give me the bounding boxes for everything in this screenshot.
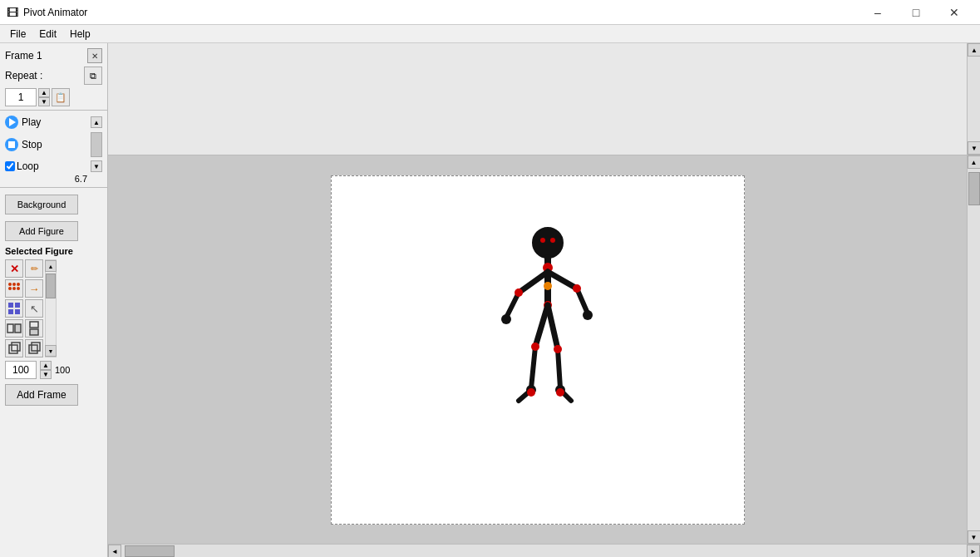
repeat-input[interactable]: 1	[5, 88, 37, 106]
svg-rect-7	[15, 303, 20, 308]
menu-edit[interactable]: Edit	[32, 27, 63, 42]
stop-icon	[5, 138, 18, 151]
svg-point-5	[17, 287, 20, 290]
maximize-button[interactable]: □	[897, 0, 935, 25]
repeat-spinner[interactable]: ▲ ▼	[38, 88, 50, 106]
filmstrip-scroll-up[interactable]: ▲	[968, 43, 980, 57]
svg-point-19	[540, 238, 545, 243]
add-figure-button[interactable]: Add Figure	[5, 221, 78, 241]
playback-scroll-thumb	[91, 132, 102, 157]
size-row: 100 ▲ ▼ 100	[5, 361, 102, 379]
filmstrip-scrollbar: ▲ ▼	[967, 43, 980, 155]
add-frame-button[interactable]: Add Frame	[5, 384, 78, 406]
flip-v-btn[interactable]	[25, 319, 43, 338]
svg-rect-16	[29, 345, 37, 353]
menu-file[interactable]: File	[3, 27, 32, 42]
move-btn[interactable]: →	[25, 279, 43, 298]
delete-figure-btn[interactable]: ✕	[5, 259, 23, 278]
grid-btn[interactable]	[5, 299, 23, 318]
selected-figure-panel: Selected Figure ✕ ✏	[0, 246, 107, 557]
svg-point-0	[8, 283, 12, 286]
title-bar: 🎞 Pivot Animator – □ ✕	[0, 0, 980, 25]
minimize-button[interactable]: –	[859, 0, 897, 25]
svg-point-1	[12, 283, 16, 286]
repeat-label: Repeat :	[5, 70, 42, 81]
frame-panel: Frame 1 ✕ Repeat : ⧉ 1 ▲ ▼ 📋	[0, 43, 107, 111]
copy-a-btn[interactable]	[5, 339, 23, 357]
close-button[interactable]: ✕	[935, 0, 973, 25]
tool-grid: ✕ ✏	[5, 259, 43, 357]
canvas-scrollbar-h: ◄ ►	[108, 544, 980, 557]
svg-line-40	[558, 349, 560, 388]
svg-rect-13	[30, 329, 38, 335]
tool-scroll-up[interactable]: ▲	[45, 260, 57, 272]
svg-point-26	[501, 314, 511, 324]
repeat-down-btn[interactable]: ▼	[38, 97, 50, 106]
canvas-scroll-up[interactable]: ▲	[968, 155, 981, 169]
app-body: Frame 1 ✕ Repeat : ⧉ 1 ▲ ▼ 📋	[0, 43, 980, 557]
cursor-icon: ↖	[30, 303, 39, 315]
scatter-btn[interactable]	[5, 279, 23, 298]
play-label: Play	[22, 116, 41, 128]
loop-checkbox[interactable]	[5, 161, 15, 171]
paste-btn[interactable]: 📋	[52, 88, 70, 106]
flip-v-icon	[27, 321, 42, 336]
size-max-display: 100	[55, 365, 70, 375]
svg-point-44	[556, 388, 564, 397]
canvas-scrollbar-v: ▲ ▼	[967, 155, 980, 544]
svg-rect-8	[8, 309, 13, 314]
copy-a-icon	[7, 341, 22, 356]
right-content: ▲ ▼	[108, 43, 980, 557]
svg-point-18	[533, 228, 563, 258]
animation-canvas[interactable]	[331, 175, 745, 525]
loop-label: Loop	[17, 160, 39, 172]
canvas-row: ▲ ▼	[108, 155, 980, 544]
canvas-scroll-down[interactable]: ▼	[968, 530, 981, 544]
title-bar-controls: – □ ✕	[859, 0, 973, 25]
svg-point-35	[531, 343, 539, 351]
svg-point-4	[12, 287, 16, 290]
cursor-btn[interactable]: ↖	[25, 299, 43, 318]
playback-nav-up[interactable]: ▲	[91, 116, 102, 128]
frame-delete-btn[interactable]: ✕	[87, 48, 102, 63]
repeat-up-btn[interactable]: ▲	[38, 88, 50, 97]
scatter-icon	[7, 281, 22, 296]
tool-scroll-down[interactable]: ▼	[45, 345, 57, 357]
svg-line-34	[531, 347, 535, 388]
svg-point-25	[515, 288, 523, 297]
size-input[interactable]: 100	[5, 361, 37, 379]
stop-label: Stop	[22, 139, 42, 150]
size-down-btn[interactable]: ▼	[40, 370, 52, 379]
svg-rect-15	[12, 343, 20, 351]
tool-scrollbar: ▲ ▼	[45, 259, 57, 357]
canvas-scroll-thumb-v[interactable]	[968, 172, 980, 205]
flip-h-btn[interactable]	[5, 319, 23, 338]
flip-h-icon	[7, 321, 22, 336]
canvas-scroll-thumb-h[interactable]	[125, 545, 175, 557]
canvas-scroll-left[interactable]: ◄	[108, 545, 121, 557]
copy-frame-btn[interactable]: ⧉	[84, 67, 102, 85]
left-sidebar: Frame 1 ✕ Repeat : ⧉ 1 ▲ ▼ 📋	[0, 43, 108, 557]
filmstrip-scroll-down[interactable]: ▼	[968, 141, 980, 155]
svg-point-20	[550, 238, 555, 243]
play-btn[interactable]: Play	[5, 116, 41, 129]
playback-nav-down[interactable]: ▼	[91, 160, 102, 172]
background-button[interactable]: Background	[5, 195, 78, 214]
menu-help[interactable]: Help	[63, 27, 97, 42]
filmstrip-canvas	[108, 43, 967, 155]
tool-scroll-thumb[interactable]	[46, 274, 56, 298]
canvas-scroll-right[interactable]: ►	[967, 545, 980, 557]
copy-b-btn[interactable]	[25, 339, 43, 357]
size-up-btn[interactable]: ▲	[40, 361, 52, 370]
app-title: Pivot Animator	[23, 7, 87, 18]
size-spinner[interactable]: ▲ ▼	[40, 361, 52, 379]
edit-figure-btn[interactable]: ✏	[25, 259, 43, 278]
stop-square	[8, 141, 15, 148]
stop-btn[interactable]: Stop	[5, 138, 42, 151]
fps-display: 6.7	[5, 174, 102, 184]
tool-row-1: ✕ ✏	[5, 259, 102, 357]
svg-line-39	[548, 305, 558, 349]
svg-rect-10	[7, 324, 13, 333]
svg-rect-9	[15, 309, 20, 314]
play-icon	[5, 116, 18, 129]
